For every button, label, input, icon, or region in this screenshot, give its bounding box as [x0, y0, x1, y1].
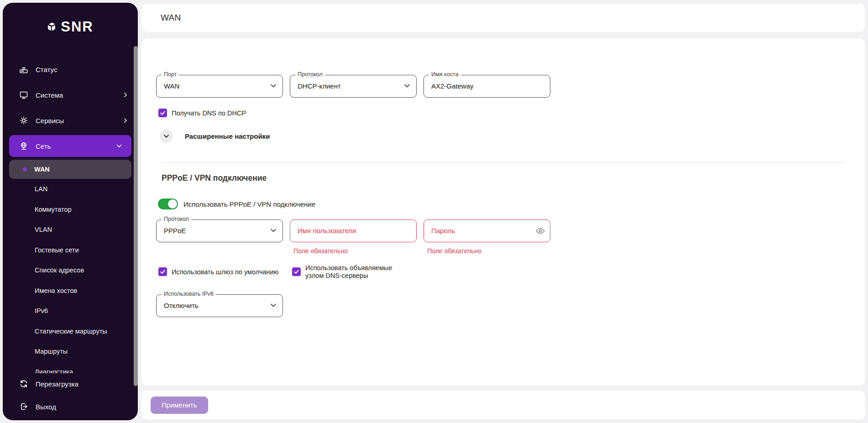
brand-name: SNR	[61, 19, 93, 35]
use-pppoe-toggle[interactable]: Использовать PPPoE / VPN подключение	[158, 198, 315, 209]
ipv6-select[interactable]: Использовать IPv6 Отключить	[156, 294, 283, 317]
sidebar-subitem-diagnostics[interactable]: Диагностика	[3, 362, 138, 374]
sidebar-subitem-address-list[interactable]: Список адресов	[3, 260, 138, 281]
monitor-icon	[19, 90, 28, 99]
active-bullet-dot	[23, 167, 27, 172]
advertised-dns-checkbox[interactable]: Использовать объявляемые узлом DNS-серве…	[292, 264, 405, 279]
sidebar-subitem-label: Имена хостов	[35, 287, 77, 294]
dns-by-dhcp-label: Получать DNS по DHCP	[172, 110, 246, 117]
chevron-down-icon	[403, 82, 411, 89]
pppoe-protocol-select[interactable]: Протокол PPPoE	[156, 219, 283, 242]
toggle-knob	[168, 199, 177, 209]
advanced-settings-expander[interactable]: Расширенные настройки	[160, 130, 270, 143]
sidebar-nav: Статус Система Сервисы	[3, 57, 138, 373]
brand-logo: SNR	[3, 13, 138, 41]
footer-actions-bar: Применить	[141, 391, 865, 419]
sidebar-subitem-label: VLAN	[35, 226, 52, 233]
sidebar-item-label: Система	[36, 91, 115, 99]
sidebar-subitem-routes[interactable]: Маршруты	[3, 341, 138, 362]
chevron-right-icon	[122, 92, 129, 98]
show-password-button[interactable]	[535, 226, 545, 238]
default-gateway-checkbox[interactable]: Использовать шлюз по умолчанию	[158, 267, 278, 276]
chevron-down-icon	[270, 302, 277, 309]
username-placeholder: Имя пользователя	[298, 220, 356, 241]
advanced-settings-label: Расширенные настройки	[185, 132, 270, 140]
sidebar-subitem-label: Маршруты	[35, 348, 68, 355]
sidebar-item-reboot[interactable]: Перезагрузка	[3, 372, 138, 395]
logout-icon	[19, 402, 28, 411]
sidebar-item-label: Статус	[36, 66, 129, 73]
pppoe-section-title: PPPoE / VPN подключение	[162, 173, 267, 183]
checkbox-checked-icon	[158, 109, 167, 117]
page-header: WAN	[141, 4, 865, 32]
sidebar-subitem-label: Коммутатор	[35, 206, 72, 213]
snr-cube-logo-icon	[47, 22, 56, 31]
expander-circle[interactable]	[160, 130, 173, 143]
chevron-down-icon	[270, 82, 277, 89]
username-error-text: Поле обязательно	[293, 247, 348, 255]
sidebar-subitem-label: IPv6	[35, 307, 48, 314]
checkbox-checked-icon	[292, 267, 301, 276]
hostname-input-value: AX2-Gateway	[431, 75, 474, 97]
section-divider	[161, 162, 846, 163]
sidebar-subitem-switch[interactable]: Коммутатор	[3, 199, 138, 220]
eye-icon	[535, 226, 545, 236]
wan-settings-card: Подключение WAN Порт WAN Протокол DHCP-к…	[141, 38, 865, 386]
use-pppoe-toggle-label: Использовать PPPoE / VPN подключение	[183, 200, 315, 208]
sidebar-subitem-vlan[interactable]: VLAN	[3, 219, 138, 240]
page-title: WAN	[161, 13, 181, 23]
sidebar-item-services[interactable]: Сервисы	[3, 108, 138, 133]
globe-network-icon	[19, 141, 28, 151]
chevron-down-icon	[116, 143, 122, 149]
sidebar-subitem-label: Список адресов	[35, 266, 84, 274]
sidebar-subitem-static-routes[interactable]: Статические маршруты	[3, 321, 138, 342]
reboot-icon	[19, 379, 28, 388]
default-gateway-label: Использовать шлюз по умолчанию	[172, 268, 278, 276]
sidebar-subitem-ipv6[interactable]: IPv6	[3, 301, 138, 321]
hostname-input[interactable]: Имя хоста AX2-Gateway	[424, 75, 550, 98]
sidebar-item-network[interactable]: Сеть	[9, 135, 131, 157]
sidebar-item-label: Перезагрузка	[36, 380, 129, 388]
sidebar-subitem-label: Гостевые сети	[35, 246, 79, 254]
sidebar-subitem-hostnames[interactable]: Имена хостов	[3, 281, 138, 301]
sidebar-item-label: Сеть	[36, 142, 109, 150]
dns-by-dhcp-checkbox[interactable]: Получать DNS по DHCP	[158, 109, 246, 117]
sidebar-item-system[interactable]: Система	[3, 82, 138, 108]
sidebar-scrollbar[interactable]	[134, 46, 138, 386]
password-error-text: Поле обязательно	[427, 247, 481, 255]
router-admin-page: SNR Статус Система	[0, 0, 868, 423]
gear-icon	[19, 116, 28, 125]
password-input[interactable]: Пароль	[424, 219, 550, 242]
sidebar-item-logout[interactable]: Выход	[3, 395, 138, 418]
chevron-down-icon	[270, 227, 277, 234]
sidebar-item-status[interactable]: Статус	[3, 57, 138, 82]
chevron-right-icon	[122, 117, 129, 124]
toggle-on-switch[interactable]	[158, 198, 178, 209]
username-input[interactable]: Имя пользователя	[290, 219, 417, 242]
protocol-select[interactable]: Протокол DHCP-клиент	[290, 75, 417, 98]
sidebar: SNR Статус Система	[3, 3, 138, 420]
sidebar-item-label: Выход	[36, 403, 129, 411]
router-icon	[19, 65, 28, 74]
apply-button[interactable]: Применить	[151, 397, 208, 414]
sidebar-item-label: Сервисы	[36, 117, 115, 125]
sidebar-subitem-guest-networks[interactable]: Гостевые сети	[3, 240, 138, 261]
password-placeholder: Пароль	[431, 220, 455, 241]
checkbox-checked-icon	[158, 267, 167, 276]
advertised-dns-label: Использовать объявляемые узлом DNS-серве…	[305, 264, 405, 279]
port-select-value: WAN	[164, 75, 179, 97]
sidebar-subitem-label: Статические маршруты	[35, 328, 107, 335]
ipv6-select-value: Отключить	[164, 295, 199, 316]
sidebar-subitem-label: WAN	[34, 166, 50, 173]
sidebar-bottom-section: Перезагрузка Выход	[3, 372, 138, 418]
protocol-select-value: DHCP-клиент	[298, 75, 341, 97]
pppoe-protocol-value: PPPoE	[164, 220, 186, 241]
sidebar-subitem-label: LAN	[35, 185, 47, 193]
sidebar-subitem-lan[interactable]: LAN	[3, 179, 138, 199]
chevron-down-icon	[163, 133, 170, 140]
sidebar-subitem-wan[interactable]: WAN	[9, 160, 131, 179]
port-select[interactable]: Порт WAN	[156, 75, 283, 98]
